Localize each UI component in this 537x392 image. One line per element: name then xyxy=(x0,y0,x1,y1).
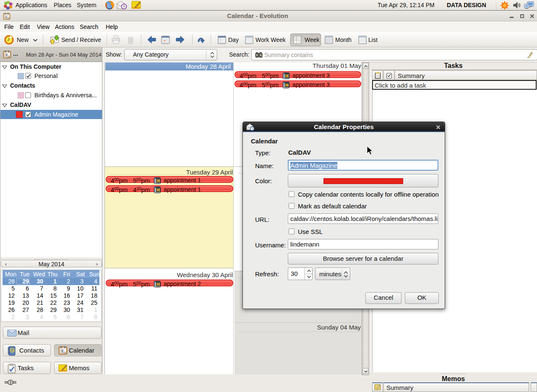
svg-text:3: 3 xyxy=(61,349,63,353)
svg-text:3: 3 xyxy=(5,54,7,57)
